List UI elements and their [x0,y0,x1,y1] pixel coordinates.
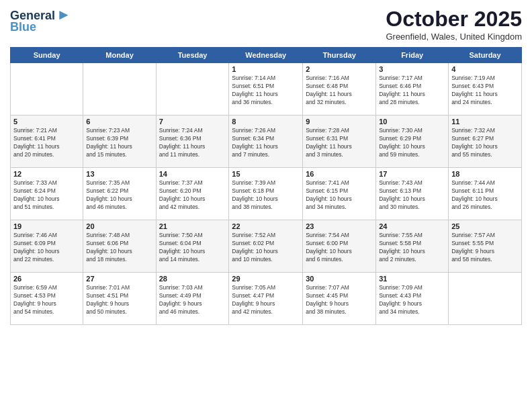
day-info: Sunrise: 7:17 AM Sunset: 6:46 PM Dayligh… [379,75,445,107]
day-number: 27 [86,275,152,283]
day-number: 17 [379,170,445,178]
day-info: Sunrise: 7:01 AM Sunset: 4:51 PM Dayligh… [86,284,152,316]
week-row-1: 1Sunrise: 7:14 AM Sunset: 6:51 PM Daylig… [11,63,522,116]
day-info: Sunrise: 7:43 AM Sunset: 6:13 PM Dayligh… [379,179,445,212]
day-number: 18 [451,170,519,178]
calendar-cell: 29Sunrise: 7:05 AM Sunset: 4:47 PM Dayli… [229,273,303,325]
day-number: 1 [232,65,300,73]
day-number: 26 [13,275,80,283]
day-number: 16 [306,170,373,178]
day-number: 7 [159,118,226,126]
day-number: 15 [232,170,300,178]
day-number: 3 [379,65,445,73]
day-header-sunday: Sunday [11,48,83,63]
calendar-container: General► Blue October 2025 Greenfield, W… [0,0,532,332]
day-number: 28 [159,275,226,283]
day-info: Sunrise: 7:37 AM Sunset: 6:20 PM Dayligh… [159,179,226,212]
calendar-cell: 26Sunrise: 6:59 AM Sunset: 4:53 PM Dayli… [11,273,83,325]
calendar-table: SundayMondayTuesdayWednesdayThursdayFrid… [10,47,522,325]
day-number: 22 [232,222,300,230]
day-number: 8 [232,118,300,126]
day-info: Sunrise: 7:16 AM Sunset: 6:48 PM Dayligh… [306,75,373,107]
calendar-cell: 5Sunrise: 7:21 AM Sunset: 6:41 PM Daylig… [11,116,83,168]
day-info: Sunrise: 7:50 AM Sunset: 6:04 PM Dayligh… [159,232,226,264]
header-row: SundayMondayTuesdayWednesdayThursdayFrid… [11,48,522,63]
day-number: 9 [306,118,373,126]
day-number: 6 [86,118,152,126]
calendar-cell [83,63,156,116]
day-info: Sunrise: 7:07 AM Sunset: 4:45 PM Dayligh… [306,284,373,316]
title-block: October 2025 Greenfield, Wales, United K… [386,7,522,42]
day-info: Sunrise: 7:28 AM Sunset: 6:31 PM Dayligh… [306,127,373,159]
week-row-4: 19Sunrise: 7:46 AM Sunset: 6:09 PM Dayli… [11,220,522,273]
day-number: 20 [86,222,152,230]
calendar-cell: 18Sunrise: 7:44 AM Sunset: 6:11 PM Dayli… [449,168,522,220]
calendar-cell: 24Sunrise: 7:55 AM Sunset: 5:58 PM Dayli… [376,220,449,273]
day-info: Sunrise: 7:44 AM Sunset: 6:11 PM Dayligh… [451,179,519,212]
day-info: Sunrise: 7:33 AM Sunset: 6:24 PM Dayligh… [13,179,80,212]
day-number: 24 [379,222,445,230]
subtitle: Greenfield, Wales, United Kingdom [386,32,522,42]
day-info: Sunrise: 7:24 AM Sunset: 6:36 PM Dayligh… [159,127,226,159]
calendar-cell: 3Sunrise: 7:17 AM Sunset: 6:46 PM Daylig… [376,63,449,116]
day-info: Sunrise: 7:32 AM Sunset: 6:27 PM Dayligh… [451,127,519,159]
week-row-5: 26Sunrise: 6:59 AM Sunset: 4:53 PM Dayli… [11,273,522,325]
calendar-cell: 31Sunrise: 7:09 AM Sunset: 4:43 PM Dayli… [376,273,449,325]
logo: General► Blue [10,7,71,34]
day-header-wednesday: Wednesday [229,48,303,63]
calendar-cell: 14Sunrise: 7:37 AM Sunset: 6:20 PM Dayli… [156,168,229,220]
calendar-cell [156,63,229,116]
calendar-cell: 1Sunrise: 7:14 AM Sunset: 6:51 PM Daylig… [229,63,303,116]
day-header-friday: Friday [376,48,449,63]
day-info: Sunrise: 7:05 AM Sunset: 4:47 PM Dayligh… [232,284,300,316]
day-info: Sunrise: 7:54 AM Sunset: 6:00 PM Dayligh… [306,232,373,264]
day-number: 11 [451,118,519,126]
calendar-cell: 4Sunrise: 7:19 AM Sunset: 6:43 PM Daylig… [449,63,522,116]
day-number: 30 [306,275,373,283]
logo-blue: Blue [10,20,36,34]
day-header-thursday: Thursday [303,48,376,63]
day-info: Sunrise: 7:48 AM Sunset: 6:06 PM Dayligh… [86,232,152,264]
day-header-monday: Monday [83,48,156,63]
day-number: 21 [159,222,226,230]
day-number: 5 [13,118,80,126]
day-number: 4 [451,65,519,73]
day-number: 19 [13,222,80,230]
calendar-cell: 6Sunrise: 7:23 AM Sunset: 6:39 PM Daylig… [83,116,156,168]
day-info: Sunrise: 6:59 AM Sunset: 4:53 PM Dayligh… [13,284,80,316]
calendar-cell [11,63,83,116]
day-info: Sunrise: 7:26 AM Sunset: 6:34 PM Dayligh… [232,127,300,159]
week-row-2: 5Sunrise: 7:21 AM Sunset: 6:41 PM Daylig… [11,116,522,168]
day-info: Sunrise: 7:23 AM Sunset: 6:39 PM Dayligh… [86,127,152,159]
day-info: Sunrise: 7:35 AM Sunset: 6:22 PM Dayligh… [86,179,152,212]
day-number: 13 [86,170,152,178]
week-row-3: 12Sunrise: 7:33 AM Sunset: 6:24 PM Dayli… [11,168,522,220]
calendar-cell: 7Sunrise: 7:24 AM Sunset: 6:36 PM Daylig… [156,116,229,168]
calendar-cell: 21Sunrise: 7:50 AM Sunset: 6:04 PM Dayli… [156,220,229,273]
day-number: 12 [13,170,80,178]
day-number: 25 [451,222,519,230]
day-header-tuesday: Tuesday [156,48,229,63]
day-info: Sunrise: 7:55 AM Sunset: 5:58 PM Dayligh… [379,232,445,264]
day-number: 14 [159,170,226,178]
day-number: 10 [379,118,445,126]
header: General► Blue October 2025 Greenfield, W… [10,7,522,42]
calendar-cell: 23Sunrise: 7:54 AM Sunset: 6:00 PM Dayli… [303,220,376,273]
calendar-cell: 25Sunrise: 7:57 AM Sunset: 5:55 PM Dayli… [449,220,522,273]
month-title: October 2025 [386,7,522,32]
calendar-cell: 19Sunrise: 7:46 AM Sunset: 6:09 PM Dayli… [11,220,83,273]
calendar-cell: 27Sunrise: 7:01 AM Sunset: 4:51 PM Dayli… [83,273,156,325]
day-info: Sunrise: 7:09 AM Sunset: 4:43 PM Dayligh… [379,284,445,316]
calendar-cell: 2Sunrise: 7:16 AM Sunset: 6:48 PM Daylig… [303,63,376,116]
day-info: Sunrise: 7:14 AM Sunset: 6:51 PM Dayligh… [232,75,300,107]
day-info: Sunrise: 7:52 AM Sunset: 6:02 PM Dayligh… [232,232,300,264]
calendar-cell: 9Sunrise: 7:28 AM Sunset: 6:31 PM Daylig… [303,116,376,168]
day-info: Sunrise: 7:30 AM Sunset: 6:29 PM Dayligh… [379,127,445,159]
day-info: Sunrise: 7:39 AM Sunset: 6:18 PM Dayligh… [232,179,300,212]
calendar-cell: 10Sunrise: 7:30 AM Sunset: 6:29 PM Dayli… [376,116,449,168]
day-number: 31 [379,275,445,283]
calendar-cell: 22Sunrise: 7:52 AM Sunset: 6:02 PM Dayli… [229,220,303,273]
day-info: Sunrise: 7:21 AM Sunset: 6:41 PM Dayligh… [13,127,80,159]
calendar-cell: 30Sunrise: 7:07 AM Sunset: 4:45 PM Dayli… [303,273,376,325]
day-info: Sunrise: 7:46 AM Sunset: 6:09 PM Dayligh… [13,232,80,264]
